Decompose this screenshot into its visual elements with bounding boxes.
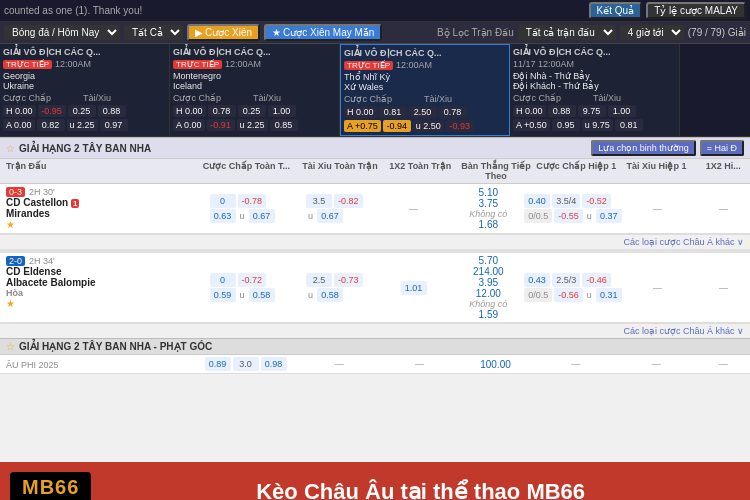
brand-logo: MB66 [10,472,91,501]
live-badge: TRỰC TIẾP [3,60,52,69]
match-row-eldense: 2-0 2H 34' CD Eldense Albacete Balompie … [0,253,750,323]
partial-chap1: — [536,355,616,373]
team1-name: CD Castellon 1 [6,197,188,208]
card1-odds-h: H 0.00 -0.95 0.25 0.88 [3,105,166,117]
star-icon: ★ [272,27,281,38]
match-row-castellon: 0-3 2H 30' CD Castellon 1 Mirandes ★ 0 -… [0,184,750,234]
star-section1: ☆ [6,143,15,154]
match-card-2[interactable]: GIẢI VÔ ĐỊCH CÁC Q... TRỰC TIẾP 12:00AM … [170,44,340,136]
section1-title: GIẢI HẠNG 2 TÂY BAN NHA [19,143,151,154]
match-time-meta-2: 2H 34' [29,256,55,266]
filter-match-select[interactable]: Tất cả trận đấu [518,25,616,40]
card2-odds-a: A 0.00 -0.91 u 2.25 0.85 [173,119,336,131]
partial-taixiu1: — [616,355,696,373]
castellon-chap1: 0.40 3.5/4 -0.52 0/0.5 -0.55 u 0.37 [528,184,618,233]
partial-1x2h: — [696,355,750,373]
eldense-chap1: 0.43 2.5/3 -0.46 0/0.5 -0.56 u 0.31 [528,253,618,322]
all-select[interactable]: Tất Cả [124,25,183,40]
card1-odds-a: A 0.00 0.82 u 2.25 0.97 [3,119,166,131]
partial-banthan: 100.00 [455,355,535,373]
card1-teams: GeorgiaUkraine [3,71,166,91]
star-section2: ☆ [6,341,15,352]
th-chap: Cược Chấp Toàn T... [197,161,295,181]
cuoc-xien-may-man-button[interactable]: ★ Cược Xiên May Mắn [264,24,382,41]
arrow-icon: ▶ [195,27,203,38]
partial-label: ÂU PHI 2025 [6,360,59,370]
th-taixiu1: Tài Xiu Hiệp 1 [616,161,696,181]
filter-label: Bộ Lọc Trận Đấu [437,27,514,38]
partial-1x2: — [384,355,455,373]
match-card-1[interactable]: GIẢI VÔ ĐỊCH CÁC Q... TRỰC TIẾP 12:00AM … [0,44,170,136]
castellon-chap: 0 -0.78 0.63 u 0.67 [194,184,291,233]
top-bar: counted as one (1). Thank you! Kết Quả T… [0,0,750,22]
castellon-taixiu: 3.5 -0.82 u 0.67 [290,184,378,233]
eldense-fav-star: ★ [6,298,188,309]
match-card-4[interactable]: GIẢI VÔ ĐỊCH CÁC Q... 11/17 12:00AM Đội … [510,44,680,136]
eldense-team1: CD Eldense [6,266,188,277]
sport-select[interactable]: Bóng đá / Hôm Nay [4,25,120,40]
partial-info: ÂU PHI 2025 [0,355,197,373]
card4-status: 11/17 12:00AM [513,59,676,69]
eldense-taixiu: 2.5 -0.73 u 0.58 [290,253,378,322]
castellon-taixiu1: — [618,184,697,233]
more-odds-2[interactable]: Các loại cược Châu Á khác ∨ [0,323,750,338]
section1-btn1[interactable]: Lựa chọn binh thường [591,140,696,156]
card1-status: TRỰC TIẾP 12:00AM [3,59,166,69]
more-odds-1[interactable]: Các loại cược Châu Á khác ∨ [0,234,750,249]
card2-status: TRỰC TIẾP 12:00AM [173,59,336,69]
card4-teams: Đội Nhà - Thứ BảyĐội Khách - Thứ Bảy [513,71,676,91]
table-header: Trận Đấu Cược Chấp Toàn T... Tài Xiu Toà… [0,159,750,184]
section1-header: ☆ GIẢI HẠNG 2 TÂY BAN NHA Lựa chọn binh … [0,137,750,159]
eldense-taixiu1: — [618,253,697,322]
th-1x2h: 1X2 Hi... [697,161,750,181]
partial-chap: 0.89 3.0 0.98 [197,355,295,373]
partial-taixiu: — [295,355,384,373]
eldense-banthan: 5.70 214.00 3.95 12.00 Không có 1.59 [449,253,528,322]
th-match: Trận Đấu [0,161,197,181]
eldense-1x2: 1.01 [378,253,448,322]
eldense-chap: 0 -0.72 0.59 u 0.58 [194,253,291,322]
score-badge: 0-3 [6,187,25,197]
castellon-banthan: 5.10 3.75 Không có 1.68 [449,184,528,233]
card1-league: GIẢI VÔ ĐỊCH CÁC Q... [3,47,166,57]
eldense-1x2h: — [697,253,750,322]
section2-header: ☆ GIẢI HẠNG 2 TÂY BAN NHA - PHẠT GÓC [0,338,750,355]
card4-odds-a: A +0.50 0.95 u 9.75 0.81 [513,119,676,131]
time-select[interactable]: 4 giờ tới [620,25,684,40]
filter-bar: Bóng đá / Hôm Nay Tất Cả ▶ Cược Xiên ★ C… [0,22,750,44]
match-card-3[interactable]: GIẢI VÔ ĐỊCH CÁC Q... TRỰC TIẾP 12:00AM … [340,44,510,136]
card3-odds-a: A +0.75 -0.94 u 2.50 -0.93 [344,120,506,132]
castellon-1x2h: — [697,184,750,233]
match-cards-row: GIẢI VÔ ĐỊCH CÁC Q... TRỰC TIẾP 12:00AM … [0,44,750,137]
eldense-draw: Hòa [6,288,188,298]
th-banthan: Bàn Thắng Tiếp Theo [456,161,536,181]
live-badge-2: TRỰC TIẾP [173,60,222,69]
match-count: (79 / 79) Giải [688,27,746,38]
top-bar-right: Kết Quả Tỷ lệ cược MALAY [589,2,746,19]
th-1x2: 1X2 Toàn Trận [385,161,456,181]
castellon-info: 0-3 2H 30' CD Castellon 1 Mirandes ★ [0,184,194,233]
counted-text: counted as one (1). Thank you! [4,5,142,16]
live-badge-3: TRỰC TIẾP [344,61,393,70]
card4-odds-h: H 0.00 0.88 9.75 1.00 [513,105,676,117]
score-badge-2: 2-0 [6,256,25,266]
section1-btn2[interactable]: = Hai Đ [700,140,744,156]
eldense-team2: Albacete Balompie [6,277,188,288]
team2-name: Mirandes [6,208,188,219]
card4-league: GIẢI VÔ ĐỊCH CÁC Q... [513,47,676,57]
main-table-area: ☆ GIẢI HẠNG 2 TÂY BAN NHA Lựa chọn binh … [0,137,750,462]
odds-button[interactable]: Tỷ lệ cược MALAY [646,2,746,19]
bottom-banner: MB66 MỘT BƯỚC LÊN ĐẦU Kèo Châu Âu tại th… [0,462,750,500]
th-taixiu: Tài Xiu Toàn Trận [295,161,384,181]
cuoc-xien-button[interactable]: ▶ Cược Xiên [187,24,260,41]
eldense-info: 2-0 2H 34' CD Eldense Albacete Balompie … [0,253,194,322]
match-row-partial: ÂU PHI 2025 0.89 3.0 0.98 — — 100.00 — —… [0,355,750,374]
result-button[interactable]: Kết Quả [589,2,643,19]
match-time-meta: 2H 30' [29,187,55,197]
card3-league: GIẢI VÔ ĐỊCH CÁC Q... [344,48,506,58]
card3-odds-h: H 0.00 0.81 2.50 0.78 [344,106,506,118]
banner-text: Kèo Châu Âu tại thể thao MB66 [101,479,740,500]
card2-league: GIẢI VÔ ĐỊCH CÁC Q... [173,47,336,57]
section1-buttons: Lựa chọn binh thường = Hai Đ [591,140,744,156]
fav-star: ★ [6,219,188,230]
